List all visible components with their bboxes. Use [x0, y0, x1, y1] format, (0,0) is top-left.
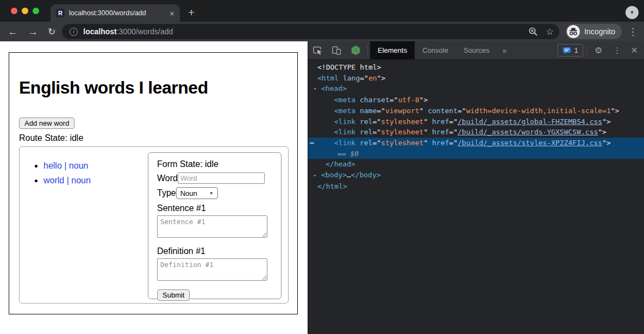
- zoom-icon[interactable]: [528, 27, 538, 36]
- type-label: Type: [157, 188, 176, 198]
- dom-tree-node[interactable]: </head>: [308, 159, 644, 170]
- type-select-value: Noun: [180, 189, 197, 197]
- incognito-label: Incognito: [584, 27, 615, 36]
- word-list-item: hello | noun: [43, 161, 91, 171]
- traffic-light-zoom[interactable]: [33, 8, 39, 14]
- content-area: English words I learned Add new word Rou…: [0, 41, 644, 334]
- dom-tree: <!DOCTYPE html><html lang="en">▾<head><m…: [308, 60, 644, 334]
- definition-label: Definition #1: [157, 246, 272, 256]
- words-list: hello | nounworld | noun: [20, 161, 91, 303]
- browser-tab[interactable]: R localhost:3000/words/add ×: [51, 4, 180, 22]
- submit-button[interactable]: Submit: [157, 289, 190, 301]
- tab-console[interactable]: Console: [415, 41, 456, 59]
- issues-count: 1: [574, 46, 578, 54]
- device-toolbar-icon[interactable]: [327, 41, 346, 59]
- site-info-icon[interactable]: i: [70, 28, 78, 36]
- word-input[interactable]: [178, 172, 265, 184]
- sentence-textarea[interactable]: [157, 215, 267, 238]
- word-field-row: Word: [157, 172, 272, 184]
- tab-strip: R localhost:3000/words/add × + ▼: [0, 0, 644, 22]
- forward-icon[interactable]: →: [28, 27, 38, 37]
- address-bar[interactable]: i localhost:3000/words/add ☆: [62, 24, 559, 39]
- route-state-text: Route State: idle: [19, 133, 289, 143]
- dom-tree-node[interactable]: <meta name="viewport" content="width=dev…: [308, 106, 644, 116]
- word-link[interactable]: world | noun: [43, 176, 91, 185]
- dom-tree-node[interactable]: ▸<body>…</body>: [308, 170, 644, 181]
- more-tabs-icon[interactable]: »: [497, 41, 512, 59]
- devtools-toolbar: Elements Console Sources » 1 ⚙ ⋮: [308, 41, 644, 60]
- node-overflow-icon[interactable]: ⋯: [310, 138, 314, 149]
- word-link[interactable]: hello | noun: [43, 161, 88, 170]
- add-new-word-button[interactable]: Add new word: [19, 117, 74, 129]
- remix-favicon-icon: R: [56, 9, 65, 17]
- dom-tree-node[interactable]: <link rel="stylesheet" href="/build/_ass…: [308, 127, 644, 138]
- sentence-label: Sentence #1: [157, 203, 272, 213]
- browser-window: R localhost:3000/words/add × + ▼ ← → ↻ i…: [0, 0, 644, 334]
- devtools-close-icon[interactable]: ×: [627, 41, 644, 59]
- word-list-item: world | noun: [43, 176, 91, 185]
- devtools-menu-icon[interactable]: ⋮: [608, 41, 627, 59]
- expand-arrow-icon[interactable]: ▸: [314, 170, 321, 181]
- dom-tree-node[interactable]: == $0: [308, 149, 644, 159]
- new-tab-button[interactable]: +: [188, 5, 195, 20]
- browser-menu-icon[interactable]: ⋮: [628, 26, 637, 38]
- dom-tree-node[interactable]: <meta charset="utf-8">: [308, 95, 644, 106]
- issues-badge[interactable]: 1: [558, 44, 583, 57]
- words-wrapper: hello | nounworld | noun Form State: idl…: [19, 146, 289, 304]
- traffic-light-minimize[interactable]: [22, 8, 28, 14]
- form-state-text: Form State: idle: [157, 159, 272, 169]
- toolbar-divider: [586, 45, 587, 55]
- dom-tree-node[interactable]: ⋯<link rel="stylesheet" href="/build/_as…: [308, 138, 644, 149]
- back-icon[interactable]: ←: [8, 27, 18, 37]
- dom-tree-node[interactable]: <!DOCTYPE html>: [308, 62, 644, 73]
- toolbar-divider: [367, 45, 368, 55]
- bookmark-star-icon[interactable]: ☆: [546, 26, 554, 38]
- incognito-badge: Incognito: [566, 24, 622, 39]
- toolbar-spacer: [512, 41, 556, 59]
- tab-sources[interactable]: Sources: [456, 41, 497, 59]
- dom-tree-node[interactable]: ▾<head>: [308, 83, 644, 95]
- url-text: localhost:3000/words/add: [83, 27, 521, 36]
- web-page: English words I learned Add new word Rou…: [0, 41, 308, 334]
- dom-tree-node[interactable]: </html>: [308, 181, 644, 192]
- tab-elements[interactable]: Elements: [370, 41, 415, 59]
- tab-search-button[interactable]: ▼: [626, 6, 639, 19]
- url-host: localhost: [83, 27, 116, 36]
- chevron-down-icon: ▼: [209, 191, 214, 196]
- dom-tree-node[interactable]: <html lang="en">: [308, 73, 644, 84]
- devtools-panel: Elements Console Sources » 1 ⚙ ⋮: [308, 41, 644, 334]
- dom-tree-node[interactable]: <link rel="stylesheet" href="/build/_ass…: [308, 116, 644, 127]
- expand-arrow-icon[interactable]: ▾: [314, 84, 321, 95]
- tab-title: localhost:3000/words/add: [69, 9, 165, 17]
- page-title: English words I learned: [19, 78, 289, 98]
- extension-hexagon-icon[interactable]: [346, 41, 365, 59]
- reload-icon[interactable]: ↻: [48, 27, 55, 36]
- app-container: English words I learned Add new word Rou…: [9, 52, 298, 314]
- traffic-light-close[interactable]: [11, 8, 17, 14]
- url-path: :3000/words/add: [117, 27, 173, 36]
- type-field-row: Type Noun ▼: [157, 187, 272, 199]
- word-label: Word: [157, 174, 178, 183]
- type-select[interactable]: Noun ▼: [176, 187, 218, 199]
- tab-close-icon[interactable]: ×: [170, 9, 174, 17]
- devtools-settings-icon[interactable]: ⚙: [589, 41, 608, 59]
- add-word-form: Form State: idle Word Type Noun ▼: [148, 152, 282, 299]
- inspect-element-icon[interactable]: [308, 41, 327, 59]
- incognito-icon: [567, 25, 580, 38]
- issues-chat-icon: [562, 46, 571, 55]
- definition-textarea[interactable]: [157, 258, 267, 281]
- browser-toolbar: ← → ↻ i localhost:3000/words/add ☆: [0, 22, 644, 41]
